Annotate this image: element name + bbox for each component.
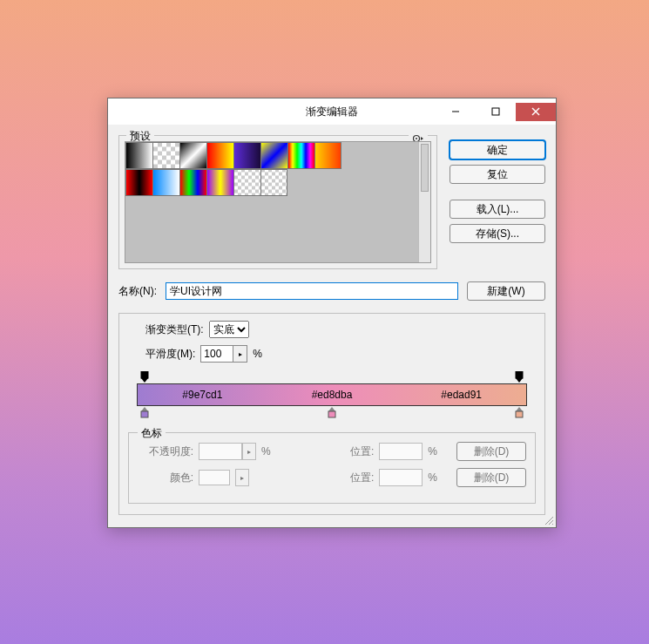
percent-label: % (261, 445, 271, 458)
resize-grip[interactable] (542, 513, 554, 525)
preset-swatch[interactable] (125, 169, 152, 196)
name-label: 名称(N): (118, 284, 157, 299)
svg-point-5 (416, 138, 417, 139)
color-stop-hex-label: #9e7cd1 (138, 389, 267, 401)
color-stop-hex-label: #ed8dba (267, 389, 397, 401)
stop-color-picker-button[interactable]: ▸ (235, 469, 249, 486)
delete-color-stop-button[interactable]: 删除(D) (456, 468, 526, 487)
position-label: 位置: (350, 471, 374, 485)
name-input[interactable] (166, 282, 458, 300)
color-position-input[interactable] (379, 469, 423, 486)
color-stop[interactable] (514, 406, 524, 418)
opacity-field-label: 不透明度: (138, 444, 193, 459)
svg-rect-7 (516, 371, 523, 378)
color-stop[interactable] (139, 406, 150, 418)
reset-button[interactable]: 复位 (450, 165, 545, 184)
opacity-stop[interactable] (139, 371, 150, 383)
presets-list[interactable] (125, 141, 431, 263)
svg-rect-6 (141, 371, 148, 378)
opacity-stop[interactable] (514, 371, 524, 383)
preset-swatch[interactable] (260, 142, 287, 169)
preset-swatch[interactable] (179, 142, 206, 169)
preset-swatch[interactable] (152, 142, 179, 169)
preset-swatch[interactable] (206, 169, 233, 196)
color-stop-hex-label: #edad91 (396, 389, 526, 401)
preset-swatch[interactable] (287, 142, 314, 169)
smoothness-stepper[interactable]: ▸ (233, 345, 247, 363)
stops-group: 色标 不透明度: ▸ % 位置: % 删除(D) 颜色: (128, 432, 536, 504)
preset-swatch[interactable] (314, 142, 341, 169)
gradient-bar[interactable]: #9e7cd1 #ed8dba #edad91 (137, 383, 527, 406)
percent-label: % (428, 471, 437, 484)
gradient-type-label: 渐变类型(T): (145, 322, 204, 337)
percent-label: % (253, 348, 262, 360)
window-title: 渐变编辑器 (306, 105, 358, 119)
smoothness-label: 平滑度(M): (145, 347, 195, 362)
opacity-input[interactable] (199, 443, 242, 460)
delete-opacity-stop-button[interactable]: 删除(D) (456, 442, 526, 461)
preset-swatch[interactable] (233, 169, 260, 196)
preset-swatch[interactable] (206, 142, 233, 169)
svg-line-13 (552, 524, 553, 525)
close-button[interactable] (516, 103, 556, 121)
presets-group: 预设 (118, 135, 437, 269)
maximize-button[interactable] (476, 103, 516, 121)
percent-label: % (428, 445, 437, 458)
gradient-type-select[interactable]: 实底 (209, 321, 249, 338)
preset-swatch[interactable] (179, 169, 206, 196)
presets-scrollbar[interactable] (418, 142, 430, 262)
titlebar[interactable]: 渐变编辑器 (108, 98, 556, 125)
preset-swatch[interactable] (233, 142, 260, 169)
svg-rect-10 (516, 411, 523, 417)
opacity-stepper[interactable]: ▸ (242, 443, 256, 460)
save-button[interactable]: 存储(S)... (450, 224, 545, 243)
svg-line-11 (545, 517, 553, 525)
preset-swatch[interactable] (260, 169, 287, 196)
position-label: 位置: (350, 444, 374, 459)
stop-color-swatch[interactable] (199, 470, 230, 485)
smoothness-input[interactable] (200, 345, 233, 363)
ok-button[interactable]: 确定 (450, 140, 545, 159)
gradient-settings-group: 渐变类型(T): 实底 平滑度(M): ▸ % (118, 313, 545, 515)
new-button[interactable]: 新建(W) (467, 281, 545, 301)
gradient-editor-dialog: 渐变编辑器 预设 (107, 98, 557, 528)
preset-swatch[interactable] (152, 169, 179, 196)
opacity-position-input[interactable] (379, 443, 423, 460)
svg-rect-9 (328, 411, 335, 417)
color-field-label: 颜色: (138, 471, 193, 485)
svg-rect-1 (492, 108, 499, 115)
color-stop[interactable] (327, 406, 337, 418)
svg-rect-8 (141, 411, 148, 417)
load-button[interactable]: 载入(L)... (450, 200, 545, 219)
stops-legend: 色标 (138, 426, 166, 441)
minimize-button[interactable] (436, 103, 476, 121)
preset-swatch[interactable] (125, 142, 152, 169)
